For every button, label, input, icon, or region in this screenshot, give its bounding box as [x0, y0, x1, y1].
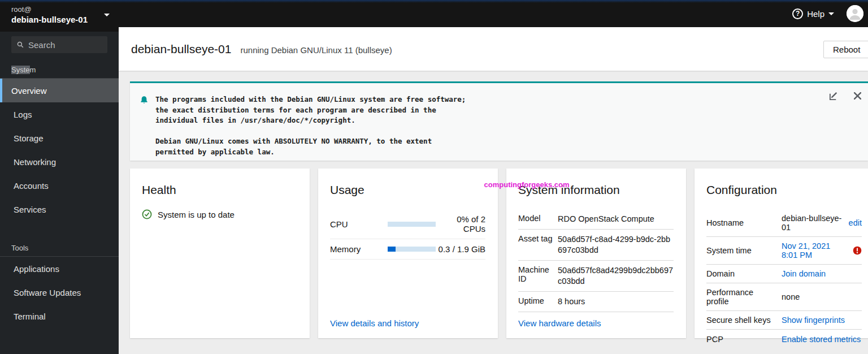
masthead: ? Help — [0, 0, 868, 27]
sidebar-item-applications[interactable]: Applications — [0, 257, 119, 280]
pcp-label: PCP — [706, 335, 782, 344]
chevron-down-icon — [828, 12, 834, 15]
masthead-actions: ? Help — [792, 5, 868, 22]
performance-profile-value: none — [782, 292, 800, 301]
help-icon: ? — [792, 8, 803, 19]
system-information-card: System information Model RDO OpenStack C… — [506, 169, 686, 338]
user-avatar[interactable] — [847, 5, 863, 22]
sidebar-search — [0, 32, 119, 53]
overview-cards: Health System is up to date Usage CPU — [130, 169, 868, 338]
show-fingerprints-link[interactable]: Show fingerprints — [782, 316, 845, 325]
usage-card: Usage CPU 0% of 2 CPUs Memory 0.3 / 1.9 … — [318, 169, 498, 338]
section-label-system: System — [0, 53, 119, 78]
performance-profile-label: Performance profile — [706, 288, 782, 306]
motd-text: The programs included with the Debian GN… — [155, 94, 466, 157]
motd-body: The programs included with the Debian GN… — [140, 94, 817, 157]
sidebar-item-logs[interactable]: Logs — [0, 102, 119, 126]
memory-progress-fill — [388, 247, 396, 252]
sidebar-item-terminal[interactable]: Terminal — [0, 304, 119, 328]
memory-usage-value: 0.3 / 1.9 GiB — [436, 244, 485, 254]
view-hardware-details-link[interactable]: View hardware details — [518, 318, 601, 328]
health-card-title: Health — [142, 183, 297, 197]
pcp-row: PCP Enable stored metrics — [706, 330, 862, 348]
secure-shell-keys-label: Secure shell keys — [706, 316, 782, 325]
performance-profile-row: Performance profile none — [706, 283, 862, 311]
cpu-usage-row: CPU 0% of 2 CPUs — [330, 209, 485, 239]
usage-card-title: Usage — [330, 183, 485, 197]
sidebar-item-storage[interactable]: Storage — [0, 126, 119, 150]
domain-row: Domain Join domain — [706, 265, 862, 283]
domain-label: Domain — [706, 269, 782, 278]
sidebar: root@ debian-bullseye-01 System Overview… — [0, 0, 119, 354]
hostname-value: debian-bullseye-01 — [782, 214, 844, 232]
logged-in-user: root@ — [11, 5, 110, 14]
sidebar-item-software-updates[interactable]: Software Updates — [0, 280, 119, 304]
memory-label: Memory — [330, 244, 388, 254]
uptime-label: Uptime — [518, 296, 558, 307]
cpu-progress-bar — [388, 222, 436, 227]
model-row: Model RDO OpenStack Compute — [518, 209, 674, 230]
page-subtitle: running Debian GNU/Linux 11 (bullseye) — [240, 44, 392, 55]
bell-icon — [140, 96, 149, 105]
enable-stored-metrics-link[interactable]: Enable stored metrics — [782, 335, 861, 344]
main-area: debian-bullseye-01 running Debian GNU/Li… — [119, 27, 868, 354]
sidebar-item-services[interactable]: Services — [0, 197, 119, 221]
search-input[interactable] — [28, 40, 102, 50]
machine-id-row: Machine ID 50a6d57fc8ad4299b9dc2bb697c03… — [518, 261, 674, 292]
content-area: The programs included with the Debian GN… — [119, 81, 868, 354]
system-info-title: System information — [518, 183, 674, 197]
memory-usage-row: Memory 0.3 / 1.9 GiB — [330, 239, 485, 260]
close-icon — [854, 92, 861, 100]
reboot-button[interactable]: Reboot — [823, 41, 868, 58]
system-time-link[interactable]: Nov 21, 2021 8:01 PM — [782, 241, 848, 260]
cockpit-app: ? Help root@ debian-bullseye-01 — [0, 0, 868, 354]
sidebar-item-overview[interactable]: Overview — [0, 79, 119, 102]
current-host: debian-bullseye-01 — [11, 14, 110, 25]
cpu-usage-value: 0% of 2 CPUs — [436, 214, 485, 234]
search-box[interactable] — [11, 36, 107, 53]
motd-banner: The programs included with the Debian GN… — [130, 81, 868, 161]
machine-id-value: 50a6d57fc8ad4299b9dc2bb697c03bdd — [558, 265, 674, 287]
uptime-value: 8 hours — [558, 296, 674, 307]
pencil-square-icon — [829, 91, 839, 101]
health-status-row: System is up to date — [142, 209, 297, 219]
machine-id-label: Machine ID — [518, 265, 558, 287]
search-icon — [17, 41, 24, 49]
system-time-label: System time — [706, 246, 782, 255]
configuration-card: Configuration Hostname debian-bullseye-0… — [695, 169, 868, 338]
asset-tag-value: 50a6d57f-c8ad-4299-b9dc-2bb697c03bdd — [558, 234, 674, 256]
hostname-label: Hostname — [706, 218, 782, 227]
memory-progress-bar — [388, 247, 436, 252]
cpu-label: CPU — [330, 219, 388, 229]
health-card: Health System is up to date — [130, 169, 310, 338]
asset-tag-label: Asset tag — [518, 234, 558, 256]
hostname-row: Hostname debian-bullseye-01 edit — [706, 209, 862, 237]
page-header: debian-bullseye-01 running Debian GNU/Li… — [119, 27, 868, 71]
banner-actions — [829, 91, 861, 101]
host-switcher-caret-icon — [104, 14, 110, 16]
time-sync-alert-icon — [853, 246, 862, 255]
system-label-rest: m — [30, 66, 36, 74]
sidebar-item-networking[interactable]: Networking — [0, 150, 119, 174]
asset-tag-row: Asset tag 50a6d57f-c8ad-4299-b9dc-2bb697… — [518, 230, 674, 261]
sidebar-item-accounts[interactable]: Accounts — [0, 174, 119, 197]
secure-shell-keys-row: Secure shell keys Show fingerprints — [706, 311, 862, 330]
close-banner-button[interactable] — [854, 92, 861, 100]
health-status-text: System is up to date — [158, 210, 235, 219]
edit-motd-button[interactable] — [829, 91, 839, 101]
configuration-title: Configuration — [706, 183, 862, 197]
person-icon — [847, 5, 863, 22]
help-menu[interactable]: ? Help — [792, 8, 834, 19]
help-label: Help — [807, 9, 824, 19]
check-circle-icon — [142, 209, 152, 219]
model-label: Model — [518, 214, 558, 225]
system-time-row: System time Nov 21, 2021 8:01 PM — [706, 237, 862, 265]
view-details-history-link[interactable]: View details and history — [330, 318, 419, 328]
sidebar-spacer — [0, 221, 119, 231]
host-switcher[interactable]: root@ debian-bullseye-01 — [0, 0, 119, 32]
section-label-tools: Tools — [0, 231, 119, 256]
page-title: debian-bullseye-01 — [131, 42, 231, 56]
edit-hostname-link[interactable]: edit — [849, 218, 862, 227]
join-domain-link[interactable]: Join domain — [782, 269, 826, 278]
model-value: RDO OpenStack Compute — [558, 214, 674, 225]
